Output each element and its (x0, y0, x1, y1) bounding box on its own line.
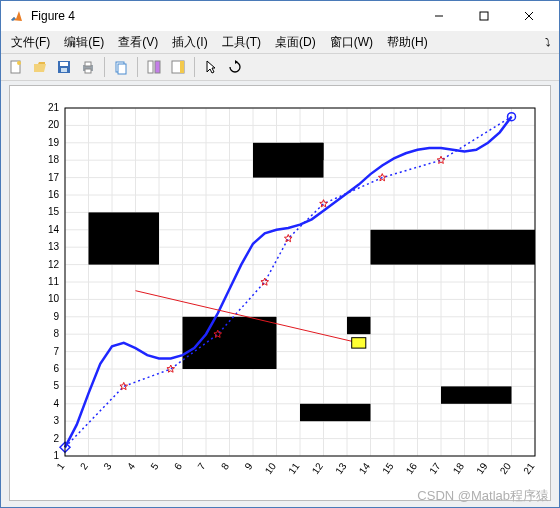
svg-text:14: 14 (48, 224, 60, 235)
menu-help[interactable]: 帮助(H) (381, 32, 434, 53)
svg-text:1: 1 (54, 460, 66, 471)
axes-panel[interactable]: 1234567891011121314151617181920211234567… (9, 85, 551, 501)
svg-rect-60 (89, 212, 160, 264)
svg-text:5: 5 (148, 460, 160, 471)
svg-text:19: 19 (474, 460, 490, 476)
svg-text:11: 11 (286, 460, 302, 476)
svg-text:3: 3 (53, 415, 59, 426)
print-button[interactable] (77, 56, 99, 78)
svg-text:16: 16 (404, 460, 420, 476)
svg-text:13: 13 (48, 241, 60, 252)
link-button[interactable] (143, 56, 165, 78)
svg-text:9: 9 (53, 311, 59, 322)
plot-svg: 1234567891011121314151617181920211234567… (10, 86, 550, 500)
copy-button[interactable] (110, 56, 132, 78)
open-button[interactable] (29, 56, 51, 78)
svg-text:6: 6 (53, 363, 59, 374)
svg-text:20: 20 (48, 119, 60, 130)
svg-text:2: 2 (53, 433, 59, 444)
svg-rect-11 (85, 69, 91, 73)
svg-rect-67 (300, 404, 371, 421)
svg-rect-10 (85, 62, 91, 66)
svg-rect-64 (371, 230, 536, 265)
svg-rect-15 (155, 61, 160, 73)
svg-rect-1 (480, 12, 488, 20)
svg-text:5: 5 (53, 380, 59, 391)
svg-rect-7 (60, 62, 68, 66)
svg-text:15: 15 (380, 460, 396, 476)
svg-text:12: 12 (48, 259, 60, 270)
svg-rect-61 (183, 317, 277, 369)
titlebar: Figure 4 (1, 1, 559, 31)
figure-content: 1234567891011121314151617181920211234567… (1, 81, 559, 507)
window-title: Figure 4 (31, 9, 75, 23)
svg-text:17: 17 (48, 172, 60, 183)
maximize-button[interactable] (461, 2, 506, 30)
svg-text:16: 16 (48, 189, 60, 200)
svg-text:4: 4 (53, 398, 59, 409)
svg-text:6: 6 (172, 460, 184, 471)
svg-text:8: 8 (219, 460, 231, 471)
svg-text:7: 7 (53, 346, 59, 357)
save-button[interactable] (53, 56, 75, 78)
svg-text:14: 14 (357, 460, 373, 476)
rotate-button[interactable] (224, 56, 246, 78)
svg-text:18: 18 (451, 460, 467, 476)
svg-text:10: 10 (263, 460, 279, 476)
svg-text:15: 15 (48, 206, 60, 217)
menu-window[interactable]: 窗口(W) (324, 32, 379, 53)
menu-tools[interactable]: 工具(T) (216, 32, 267, 53)
new-figure-button[interactable] (5, 56, 27, 78)
svg-text:10: 10 (48, 293, 60, 304)
svg-rect-66 (441, 386, 512, 403)
svg-rect-65 (347, 317, 371, 334)
toolbar-separator (194, 57, 195, 77)
close-button[interactable] (506, 2, 551, 30)
matlab-icon (9, 8, 25, 24)
target-square (352, 338, 366, 348)
svg-text:19: 19 (48, 137, 60, 148)
svg-text:18: 18 (48, 154, 60, 165)
figure-window: Figure 4 文件(F) 编辑(E) 查看(V) 插入(I) 工具(T) 桌… (0, 0, 560, 508)
svg-text:21: 21 (48, 102, 60, 113)
svg-text:8: 8 (53, 328, 59, 339)
svg-text:7: 7 (195, 460, 207, 471)
pointer-button[interactable] (200, 56, 222, 78)
svg-text:3: 3 (101, 460, 113, 471)
svg-text:4: 4 (125, 460, 137, 471)
menu-edit[interactable]: 编辑(E) (58, 32, 110, 53)
svg-text:12: 12 (310, 460, 326, 476)
menu-view[interactable]: 查看(V) (112, 32, 164, 53)
svg-text:20: 20 (498, 460, 514, 476)
svg-text:17: 17 (427, 460, 443, 476)
svg-point-5 (17, 61, 21, 65)
toolbar-separator (137, 57, 138, 77)
svg-text:11: 11 (48, 276, 60, 287)
titlebar-left: Figure 4 (9, 8, 75, 24)
svg-rect-8 (61, 68, 67, 72)
toolbar-separator (104, 57, 105, 77)
svg-rect-14 (148, 61, 153, 73)
svg-text:1: 1 (53, 450, 59, 461)
menu-file[interactable]: 文件(F) (5, 32, 56, 53)
svg-rect-17 (180, 61, 184, 73)
menu-insert[interactable]: 插入(I) (166, 32, 213, 53)
svg-text:9: 9 (242, 460, 254, 471)
svg-rect-13 (118, 64, 126, 74)
svg-text:21: 21 (521, 460, 537, 476)
svg-text:13: 13 (333, 460, 349, 476)
menu-desktop[interactable]: 桌面(D) (269, 32, 322, 53)
menubar: 文件(F) 编辑(E) 查看(V) 插入(I) 工具(T) 桌面(D) 窗口(W… (1, 31, 559, 53)
svg-text:2: 2 (78, 460, 90, 471)
minimize-button[interactable] (416, 2, 461, 30)
toolbar (1, 53, 559, 81)
menu-overflow-icon[interactable]: ⤵ (545, 36, 555, 48)
window-controls (416, 2, 551, 30)
colorbar-button[interactable] (167, 56, 189, 78)
svg-rect-63 (300, 143, 324, 160)
